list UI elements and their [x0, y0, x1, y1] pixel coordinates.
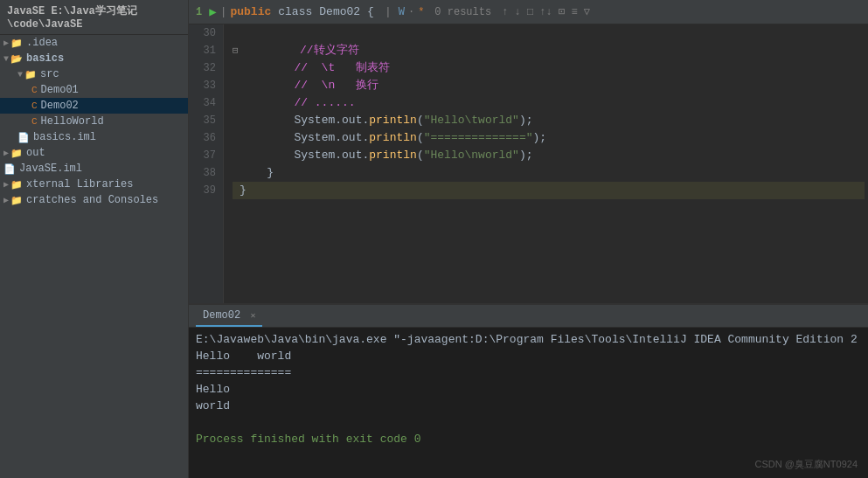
terminal-line-hello: Hello — [196, 381, 861, 398]
line-num-39: 39 — [189, 182, 216, 199]
topbar-results: 0 results — [434, 6, 491, 18]
code-line-31: ⊟ //转义字符 — [233, 42, 865, 59]
line-num-30: 30 — [189, 24, 216, 42]
class-icon: C — [31, 100, 38, 111]
sidebar: JavaSE E:\Java学习笔记\code\JavaSE ▶ 📁 .idea… — [0, 0, 189, 478]
terminal-tab-label: Demo02 — [203, 309, 240, 322]
code-method-37: println — [369, 147, 417, 164]
code-content-38: } — [240, 164, 274, 182]
terminal-line-world: world — [196, 398, 861, 414]
topbar-search-dot: · — [408, 6, 414, 18]
topbar-search-star[interactable]: * — [418, 6, 424, 18]
fold-marker-31: ⊟ — [233, 42, 239, 59]
sidebar-item-scratches[interactable]: ▶ 📁 cratches and Consoles — [0, 192, 188, 208]
folder-icon: 📁 — [10, 195, 23, 206]
topbar-keyword-class: class — [278, 5, 312, 18]
terminal-tab-demo02[interactable]: Demo02 ✕ — [196, 306, 262, 327]
class-icon: C — [31, 85, 38, 95]
code-dot2-37: . — [362, 147, 369, 164]
code-system-37: System — [294, 147, 335, 164]
watermark: CSDN @臭豆腐NT0924 — [754, 458, 858, 471]
code-method-35: println — [369, 112, 417, 129]
line-num-34: 34 — [189, 94, 216, 112]
sidebar-item-helloworld[interactable]: C HelloWorld — [0, 114, 188, 129]
sidebar-item-demo01[interactable]: C Demo01 — [0, 82, 188, 98]
code-out-37: out — [342, 147, 362, 164]
terminal-line-cmd: E:\Javaweb\Java\bin\java.exe "-javaagent… — [196, 331, 861, 348]
code-comment-33: // \n 换行 — [240, 77, 378, 94]
code-method-36: println — [369, 129, 417, 147]
expand-icon: ▶ — [3, 38, 9, 48]
code-paren-36: ( — [417, 129, 424, 147]
code-dot1-35: . — [335, 112, 342, 129]
sidebar-item-label: out — [26, 147, 45, 159]
topbar-separator: | — [220, 5, 227, 18]
terminal-line-hello-world: Hello world — [196, 348, 861, 364]
code-string-37: "Hello\nworld" — [424, 147, 519, 164]
topbar-line-number: 1 — [196, 6, 202, 18]
code-line-32: // \t 制表符 — [233, 59, 865, 77]
sidebar-item-basics[interactable]: ▼ 📂 basics — [0, 51, 188, 66]
sidebar-item-ext-libs[interactable]: ▶ 📁 xternal Libraries — [0, 177, 188, 192]
code-comment-31: //转义字符 — [246, 42, 359, 59]
folder-icon: 📁 — [10, 148, 23, 159]
sidebar-item-demo02[interactable]: C Demo02 — [0, 98, 188, 114]
line-num-35: 35 — [189, 112, 216, 129]
topbar-search-w[interactable]: W — [399, 6, 405, 18]
terminal-tabs: Demo02 ✕ — [189, 305, 868, 328]
code-area[interactable]: ⊟ //转义字符 // \t 制表符 // \n 换行 // ...... — [224, 24, 868, 303]
main-area: 1 ▶ | public class Demo02 { | W · * 0 re… — [189, 0, 868, 478]
sidebar-item-javase-iml[interactable]: 📄 JavaSE.iml — [0, 161, 188, 177]
code-indent-36 — [240, 129, 294, 147]
editor: 30 31 32 33 34 35 36 37 38 39 ⊟ //转义字符 — [189, 24, 868, 303]
code-comment-32: // \t 制表符 — [240, 59, 390, 77]
expand-icon: ▼ — [17, 70, 23, 80]
code-line-38: } — [233, 164, 865, 182]
topbar: 1 ▶ | public class Demo02 { | W · * 0 re… — [189, 0, 868, 24]
terminal-line-blank — [196, 414, 861, 431]
sidebar-item-label: basics — [26, 52, 64, 65]
folder-icon-open: 📂 — [10, 53, 23, 65]
line-num-36: 36 — [189, 129, 216, 147]
code-out-35: out — [342, 112, 362, 129]
iml-icon: 📄 — [3, 163, 16, 175]
expand-icon: ▶ — [3, 179, 9, 190]
code-system-36: System — [294, 129, 335, 147]
code-system-35: System — [294, 112, 335, 129]
sidebar-item-basics-iml[interactable]: 📄 basics.iml — [0, 129, 188, 145]
line-numbers: 30 31 32 33 34 35 36 37 38 39 — [189, 24, 224, 303]
code-dot1-37: . — [335, 147, 342, 164]
code-close-35: ); — [519, 112, 533, 129]
line-num-33: 33 — [189, 77, 216, 94]
sidebar-item-label: JavaSE.iml — [19, 163, 82, 175]
folder-icon: 📁 — [10, 179, 23, 191]
expand-icon: ▼ — [3, 54, 9, 64]
iml-icon: 📄 — [17, 132, 30, 143]
sidebar-item-label: xternal Libraries — [26, 178, 133, 191]
expand-icon: ▶ — [3, 148, 9, 158]
sidebar-item-idea[interactable]: ▶ 📁 .idea — [0, 35, 188, 51]
code-dot1-36: . — [335, 129, 342, 147]
terminal-tab-close[interactable]: ✕ — [250, 311, 255, 321]
sidebar-item-label: cratches and Consoles — [26, 194, 158, 206]
run-button[interactable]: ▶ — [209, 4, 216, 19]
topbar-nav-icons: ↑ ↓ □ ↑↓ ⊡ ≡ ▽ — [502, 5, 590, 18]
terminal: Demo02 ✕ E:\Javaweb\Java\bin\java.exe "-… — [189, 303, 868, 478]
line-num-37: 37 — [189, 147, 216, 164]
code-string-36: "==============" — [424, 129, 533, 147]
terminal-line-equals: ============== — [196, 364, 861, 381]
src-icon: 📁 — [24, 69, 37, 80]
terminal-content: E:\Javaweb\Java\bin\java.exe "-javaagent… — [189, 328, 868, 478]
topbar-sep2: | — [385, 5, 392, 18]
sidebar-item-label: Demo01 — [41, 84, 79, 96]
sidebar-item-label: Demo02 — [41, 100, 79, 112]
code-close-37: ); — [519, 147, 533, 164]
sidebar-item-src[interactable]: ▼ 📁 src — [0, 66, 188, 82]
sidebar-item-label: HelloWorld — [41, 115, 104, 128]
code-out-36: out — [342, 129, 362, 147]
code-line-39: } — [233, 182, 865, 199]
sidebar-item-out[interactable]: ▶ 📁 out — [0, 145, 188, 161]
code-close-36: ); — [533, 129, 547, 147]
line-num-32: 32 — [189, 59, 216, 77]
code-line-37: System.out.println("Hello\nworld"); — [233, 147, 865, 164]
